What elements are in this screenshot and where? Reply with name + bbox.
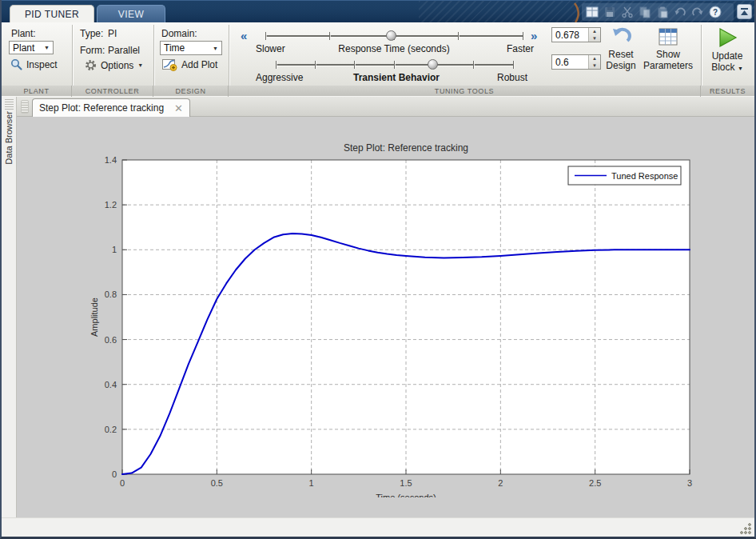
spin-up-icon[interactable]: ▲ <box>589 28 600 35</box>
copy-icon[interactable] <box>639 6 651 18</box>
form-value: Parallel <box>108 45 140 56</box>
x-tick-label: 0.5 <box>211 478 223 488</box>
spin-up-icon[interactable]: ▲ <box>589 55 600 62</box>
magnifier-icon <box>10 58 22 70</box>
slider-tick <box>523 32 523 40</box>
y-tick-label: 0 <box>112 469 117 479</box>
minimize-toolstrip-icon <box>740 7 749 16</box>
spin-down-icon[interactable]: ▼ <box>589 62 600 70</box>
slower-step-chevron[interactable]: « <box>241 29 247 42</box>
gear-icon <box>85 59 97 71</box>
update-block-play-icon <box>717 27 738 48</box>
add-plot-label: Add Plot <box>181 59 217 70</box>
layout-grid-icon[interactable] <box>586 6 599 18</box>
update-block-label: Update Block ▼ <box>704 50 750 74</box>
slider-knob[interactable] <box>386 30 396 41</box>
tab-step-plot[interactable]: Step Plot: Reference tracking ✕ <box>32 98 190 117</box>
section-separator <box>701 25 702 86</box>
toolstrip: Plant: Plant ▼ Inspect Type: PI Form: Pa… <box>2 22 754 97</box>
x-tick-label: 3 <box>687 478 692 488</box>
y-tick-label: 0.4 <box>105 380 117 389</box>
slider-right-label: Faster <box>507 43 534 54</box>
document-tab-bar: Step Plot: Reference tracking ✕ <box>17 97 754 117</box>
data-browser-collapsed-panel[interactable]: Data Browser <box>2 97 17 517</box>
pid-tuner-window: PID TUNER VIEW <box>0 0 756 539</box>
y-tick-label: 0.8 <box>105 289 117 299</box>
type-value: PI <box>108 28 117 39</box>
response-time-slider[interactable] <box>265 30 523 42</box>
cut-icon[interactable] <box>621 6 634 18</box>
paste-icon[interactable] <box>656 6 669 18</box>
domain-label: Domain: <box>161 28 197 39</box>
x-tick-label: 1 <box>309 478 314 488</box>
save-icon[interactable] <box>603 6 616 18</box>
inspect-button[interactable]: Inspect <box>10 58 58 70</box>
resize-grip-icon[interactable] <box>739 522 751 534</box>
reset-design-button[interactable]: Reset Design <box>601 26 641 71</box>
figure-container: 00.511.522.5300.20.40.60.811.21.4Step Pl… <box>17 117 754 517</box>
x-tick-label: 2.5 <box>589 478 601 488</box>
section-label-plant: PLANT <box>2 86 72 97</box>
tab-bar-grip[interactable] <box>21 100 29 114</box>
update-block-button[interactable]: Update Block ▼ <box>704 26 750 74</box>
close-icon[interactable]: ✕ <box>174 103 183 114</box>
slider-tick <box>265 32 266 40</box>
x-tick-label: 1.5 <box>400 478 412 488</box>
slider-tick <box>276 61 277 69</box>
undo-arrow-icon <box>611 27 631 46</box>
slider-tick <box>473 61 474 69</box>
help-icon[interactable]: ? <box>709 6 722 18</box>
y-tick-label: 1 <box>112 245 117 254</box>
y-axis-label: Amplitude <box>90 297 99 337</box>
chevron-down-icon: ▼ <box>44 45 50 50</box>
slider-tick <box>394 61 395 69</box>
chevron-down-icon: ▼ <box>738 66 743 71</box>
chevron-down-icon: ▼ <box>137 62 143 68</box>
type-label: Type: <box>80 28 103 39</box>
svg-text:?: ? <box>713 8 718 17</box>
add-plot-button[interactable]: Add Plot <box>162 58 217 71</box>
transient-behavior-slider[interactable] <box>276 59 513 70</box>
plant-dropdown[interactable]: Plant ▼ <box>9 41 54 54</box>
spinner-buttons[interactable]: ▲▼ <box>588 55 600 69</box>
slider-tick <box>354 61 355 69</box>
section-separator <box>72 25 73 86</box>
slider-title: Response Time (seconds) <box>338 43 449 54</box>
section-separator <box>229 25 229 86</box>
transient-behavior-value: 0.6 <box>552 55 588 69</box>
faster-step-chevron[interactable]: » <box>531 29 537 42</box>
add-plot-icon <box>162 58 177 71</box>
section-label-design: DESIGN <box>153 86 229 97</box>
spin-down-icon[interactable]: ▼ <box>589 35 600 42</box>
tab-step-plot-label: Step Plot: Reference tracking <box>39 102 164 114</box>
domain-dropdown[interactable]: Time ▼ <box>160 41 222 55</box>
redo-icon[interactable] <box>691 6 704 18</box>
plot-title: Step Plot: Reference tracking <box>344 142 468 154</box>
undo-icon[interactable] <box>674 6 686 18</box>
inspect-label: Inspect <box>26 59 58 70</box>
x-tick-label: 2 <box>498 478 503 488</box>
ribbon-tab-strip: PID TUNER VIEW <box>2 0 754 22</box>
show-parameters-label: Show Parameters <box>641 49 695 71</box>
chevron-down-icon: ▼ <box>213 46 218 51</box>
tab-pid-tuner[interactable]: PID TUNER <box>10 5 94 23</box>
response-time-spinner[interactable]: 0.678 ▲▼ <box>551 27 601 42</box>
x-axis-label: Time (seconds) <box>376 493 436 497</box>
options-button[interactable]: Options ▼ <box>85 59 143 71</box>
slider-title: Transient Behavior <box>353 72 440 83</box>
spinner-buttons[interactable]: ▲▼ <box>588 28 600 42</box>
plant-field-label: Plant: <box>11 28 36 39</box>
tab-view[interactable]: VIEW <box>97 5 165 23</box>
data-browser-tab-label[interactable]: Data Browser <box>4 111 14 165</box>
x-tick-label: 0 <box>120 478 125 488</box>
status-bar <box>2 517 754 537</box>
minimize-toolstrip-button[interactable] <box>737 4 752 19</box>
slider-left-label: Slower <box>256 43 285 54</box>
domain-dropdown-value: Time <box>164 42 185 54</box>
section-label-controller: CONTROLLER <box>72 86 153 97</box>
panel-grip[interactable] <box>5 99 14 110</box>
transient-behavior-spinner[interactable]: 0.6 ▲▼ <box>551 54 601 70</box>
options-label: Options <box>101 60 133 71</box>
show-parameters-button[interactable]: Show Parameters <box>641 26 695 71</box>
slider-knob[interactable] <box>428 59 438 70</box>
